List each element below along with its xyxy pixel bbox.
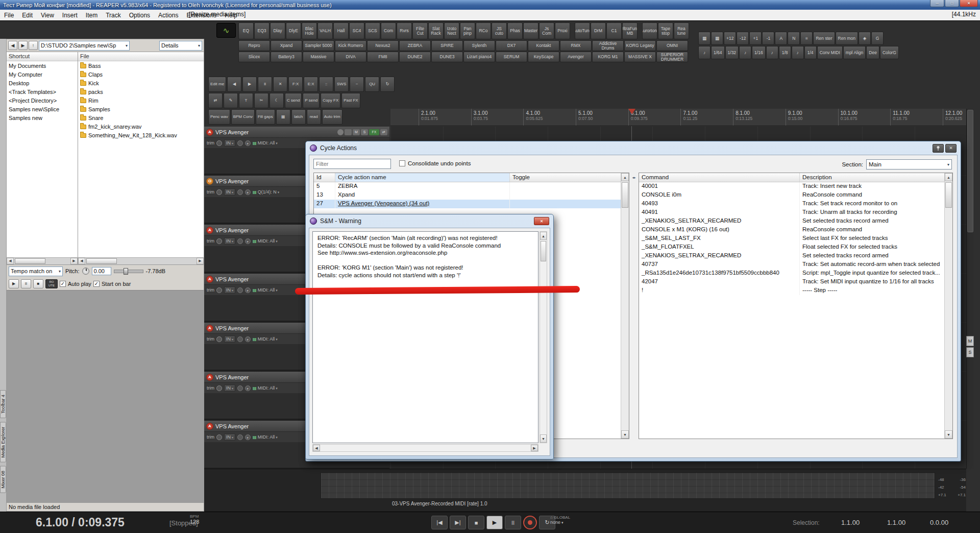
instrument-button[interactable]: Repro bbox=[238, 40, 270, 51]
preview-route-button[interactable]: RO UTE bbox=[45, 279, 58, 288]
monitor-play-button[interactable]: ▸ bbox=[245, 189, 251, 195]
bpm-value[interactable]: 128 bbox=[190, 519, 199, 525]
input-button[interactable]: IN bbox=[224, 286, 235, 294]
cycle-action-row[interactable]: 13 Xpand bbox=[314, 191, 629, 200]
track-toolbar-button[interactable]: read bbox=[307, 109, 321, 125]
monitor-button[interactable] bbox=[237, 238, 243, 244]
track-toolbar-button[interactable]: Copy FX bbox=[321, 93, 340, 108]
shortcut-item[interactable]: <Project Directory> bbox=[7, 96, 78, 105]
shortcut-item[interactable]: <Track Templates> bbox=[7, 87, 78, 96]
track-toolbar-button[interactable]: ⇄ bbox=[208, 93, 223, 108]
toolbar-button[interactable]: ♪ bbox=[698, 46, 710, 59]
command-row[interactable]: _S&M_SEL_LAST_FX Select last FX for sele… bbox=[639, 234, 952, 243]
command-table-vscrollbar[interactable]: ▲▼ bbox=[944, 173, 952, 439]
instrument-button[interactable]: SPIRE bbox=[431, 40, 463, 51]
track-toolbar-button[interactable]: ◀ bbox=[227, 77, 241, 92]
file-column-header[interactable]: File bbox=[78, 52, 204, 61]
stop-button[interactable]: ■ bbox=[468, 516, 484, 529]
record-arm-button[interactable]: A bbox=[206, 325, 213, 332]
toolbar-button[interactable]: Ren mon bbox=[836, 32, 859, 45]
toolbar-button[interactable]: Com bbox=[381, 22, 396, 39]
instrument-button[interactable]: DIVA bbox=[335, 52, 366, 62]
file-item[interactable]: Rim bbox=[78, 96, 204, 105]
shortcut-item[interactable]: Samples new\Splice bbox=[7, 105, 78, 113]
toolbar-button[interactable]: EQ bbox=[238, 22, 254, 39]
instrument-button[interactable]: KORG M1 bbox=[592, 52, 624, 62]
tempo-match-dropdown[interactable]: Tempo match on bbox=[9, 266, 63, 276]
toolbar-button[interactable]: DlyE bbox=[286, 22, 301, 39]
file-item[interactable]: Claps bbox=[78, 70, 204, 79]
shortcut-item[interactable]: Samples new bbox=[7, 113, 78, 122]
pitch-knob[interactable] bbox=[82, 268, 89, 275]
track-toolbar-button[interactable]: ✕ bbox=[273, 77, 287, 92]
back-button[interactable]: ◀ bbox=[8, 41, 17, 50]
midi-input-label[interactable]: MIDI: All bbox=[253, 336, 278, 342]
monitor-play-button[interactable]: ▸ bbox=[245, 434, 251, 440]
instrument-button[interactable]: KeyScape bbox=[528, 52, 559, 62]
shortcut-item[interactable]: Desktop bbox=[7, 79, 78, 87]
menu-item[interactable]: Item bbox=[82, 11, 102, 20]
record-arm-button[interactable]: A bbox=[206, 227, 213, 234]
command-row[interactable]: 42047 Track: Set MIDI input quantize to … bbox=[639, 278, 952, 286]
toolbar-button[interactable]: 1/32 bbox=[725, 46, 739, 59]
instrument-button[interactable]: Massive bbox=[303, 52, 334, 62]
toolbar-button[interactable]: Aurortone bbox=[642, 22, 657, 39]
pin-icon[interactable] bbox=[933, 144, 944, 153]
instrument-button[interactable]: OMNI bbox=[656, 40, 688, 51]
file-hscrollbar[interactable]: ◀▶ bbox=[78, 257, 204, 264]
toolbar-button[interactable]: ColorG bbox=[880, 46, 899, 59]
menu-item[interactable]: Track bbox=[102, 11, 125, 20]
toolbar-button[interactable]: C1 bbox=[606, 22, 622, 39]
filter-input[interactable] bbox=[313, 159, 391, 169]
instrument-button[interactable]: Kontakt bbox=[528, 40, 559, 51]
instrument-button[interactable]: Sylenth bbox=[463, 40, 495, 51]
record-monitor-icon[interactable] bbox=[337, 129, 344, 135]
shortcut-item[interactable]: My Computer bbox=[7, 70, 78, 79]
preview-play-button[interactable]: ▶ bbox=[9, 279, 19, 288]
monitor-play-button[interactable]: ▸ bbox=[245, 140, 251, 146]
command-row[interactable]: 40001 Track: Insert new track bbox=[639, 182, 952, 191]
go-to-start-button[interactable]: |◀ bbox=[431, 516, 448, 529]
input-button[interactable]: IN bbox=[224, 335, 235, 343]
volume-knob[interactable] bbox=[216, 238, 222, 244]
track-toolbar-button[interactable]: latch bbox=[291, 109, 306, 125]
input-button[interactable]: IN bbox=[224, 384, 235, 392]
monitor-button[interactable] bbox=[237, 287, 243, 293]
record-arm-button[interactable]: A bbox=[206, 129, 213, 136]
toolbar-button[interactable]: Tape stop bbox=[658, 22, 673, 39]
shortcut-item[interactable]: My Documents bbox=[7, 61, 78, 70]
toolbar-button[interactable]: JS cuto bbox=[492, 22, 507, 39]
track-toolbar-button[interactable]: Penc wav bbox=[208, 109, 230, 125]
minimize-button[interactable]: ─ bbox=[930, 0, 944, 7]
toolbar-button[interactable]: ♪ bbox=[792, 46, 804, 59]
toolbar-button[interactable]: ▦ bbox=[698, 32, 710, 45]
instrument-button[interactable]: Xpand bbox=[271, 40, 302, 51]
media-preview-area[interactable] bbox=[7, 290, 204, 503]
envelope-button[interactable] bbox=[345, 129, 352, 135]
instrument-button[interactable]: RMX bbox=[560, 40, 592, 51]
instrument-button[interactable]: MASSIVE X bbox=[624, 52, 656, 62]
instrument-button[interactable]: Addictive Drums bbox=[592, 40, 624, 51]
column-header-toggle[interactable]: Toggle bbox=[510, 173, 629, 182]
path-dropdown[interactable]: D:\STUDO 2\Samples new\Sp bbox=[39, 41, 130, 51]
record-arm-button[interactable]: A bbox=[206, 374, 213, 381]
track-toolbar-button[interactable]: Edit me bbox=[208, 77, 226, 92]
input-button[interactable]: IN bbox=[224, 139, 235, 147]
toolbar-button[interactable]: ◈ bbox=[859, 32, 871, 45]
toolbar-button[interactable]: Conv MIDI bbox=[817, 46, 843, 59]
toolbar-button[interactable]: Dee bbox=[866, 46, 879, 59]
monitor-play-button[interactable]: ▸ bbox=[245, 336, 251, 342]
pause-button[interactable]: II bbox=[505, 516, 521, 529]
file-item[interactable]: fm2_kick_snarey.wav bbox=[78, 122, 204, 131]
instrument-button[interactable]: KORG Legasy bbox=[624, 40, 656, 51]
track-toolbar-button[interactable]: ✎ bbox=[224, 93, 238, 108]
column-header-description[interactable]: Description bbox=[800, 173, 952, 182]
solo-button[interactable]: S bbox=[361, 129, 368, 135]
play-button[interactable]: ▶ bbox=[486, 516, 503, 529]
monitor-play-button[interactable]: ▸ bbox=[245, 287, 251, 293]
toolbar-button[interactable]: +1 bbox=[749, 32, 762, 45]
command-row[interactable]: 40737 Track: Set automatic record-arm wh… bbox=[639, 260, 952, 269]
volume-knob[interactable] bbox=[216, 189, 222, 195]
menu-item[interactable]: Edit bbox=[18, 11, 37, 20]
record-arm-button[interactable]: O bbox=[206, 178, 213, 185]
